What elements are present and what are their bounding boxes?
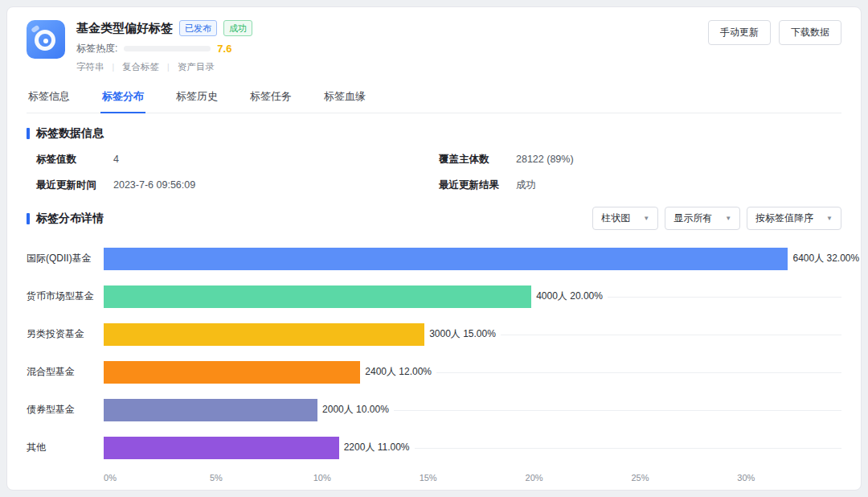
field-value: 4 — [113, 154, 119, 165]
chart-row: 其他2200人 11.00% — [27, 429, 841, 466]
bar-category-label: 货币市场型基金 — [27, 290, 104, 303]
bar — [104, 399, 317, 421]
title-row: 基金类型偏好标签 已发布 成功 — [76, 20, 697, 36]
chart-row: 混合型基金2400人 12.00% — [27, 353, 841, 391]
divider: | — [167, 63, 170, 72]
bar-track: 2400人 12.00% — [104, 361, 841, 384]
chart-rows: 国际(QDII)基金6400人 32.00%货币市场型基金4000人 20.00… — [27, 240, 841, 466]
tab-tag-distribution[interactable]: 标签分布 — [100, 81, 145, 113]
chevron-down-icon: ▼ — [725, 215, 731, 222]
x-axis-tick: 20% — [526, 473, 543, 483]
tabs: 标签信息 标签分布 标签历史 标签任务 标签血缘 — [27, 81, 841, 113]
field-label: 最近更新结果 — [439, 179, 516, 192]
x-axis-tick: 30% — [737, 473, 755, 483]
select-value: 柱状图 — [601, 212, 630, 225]
x-axis: 0%5%10%15%20%25%30% — [110, 473, 841, 487]
header-actions: 手动更新 下载数据 — [708, 20, 841, 45]
bar-category-label: 国际(QDII)基金 — [27, 252, 104, 265]
bar-track: 2200人 11.00% — [104, 437, 841, 459]
bar-value-label: 3000人 15.00% — [424, 327, 501, 341]
field-last-update-time: 最近更新时间 2023-7-6 09:56:09 — [36, 179, 439, 192]
success-status-badge: 成功 — [223, 20, 252, 36]
tab-tag-info[interactable]: 标签信息 — [27, 81, 72, 113]
bar-category-label: 混合型基金 — [27, 365, 104, 379]
x-axis-tick: 10% — [313, 473, 331, 483]
tab-tag-tasks[interactable]: 标签任务 — [248, 81, 293, 113]
field-value: 2023-7-6 09:56:09 — [113, 179, 195, 191]
select-value: 按标签值降序 — [755, 212, 813, 225]
section-accent-bar — [27, 128, 30, 139]
field-covered-entities: 覆盖主体数 28122 (89%) — [439, 153, 841, 166]
bar-value-label: 4000人 20.00% — [531, 290, 608, 303]
heat-row: 标签热度: 7.6 — [76, 42, 697, 55]
chevron-down-icon: ▼ — [826, 215, 833, 222]
page-title: 基金类型偏好标签 — [76, 21, 173, 36]
section-title-text: 标签数据信息 — [36, 126, 104, 141]
distribution-bar-chart: 国际(QDII)基金6400人 32.00%货币市场型基金4000人 20.00… — [27, 240, 841, 487]
chart-row: 国际(QDII)基金6400人 32.00% — [27, 240, 841, 277]
download-data-button[interactable]: 下载数据 — [779, 20, 841, 45]
bar-value-label: 6400人 32.00% — [788, 252, 862, 265]
select-value: 显示所有 — [674, 212, 712, 225]
field-value: 成功 — [516, 179, 536, 192]
heat-value: 7.6 — [217, 43, 231, 55]
bar — [104, 361, 360, 384]
field-label: 覆盖主体数 — [439, 153, 516, 166]
bar — [104, 323, 424, 346]
bar-category-label: 债券型基金 — [27, 403, 104, 417]
bar-category-label: 其他 — [27, 441, 104, 454]
x-axis-tick: 25% — [631, 473, 649, 483]
tag-detail-card: 基金类型偏好标签 已发布 成功 标签热度: 7.6 字符串 | 复合标签 | 资… — [6, 6, 862, 491]
chart-controls: 柱状图 ▼ 显示所有 ▼ 按标签值降序 ▼ — [592, 207, 841, 230]
section-title-distribution: 标签分布详情 — [27, 212, 104, 226]
chart-row: 债券型基金2000人 10.00% — [27, 391, 841, 429]
chart-row: 另类投资基金3000人 15.00% — [27, 315, 841, 353]
info-grid: 标签值数 4 覆盖主体数 28122 (89%) 最近更新时间 2023-7-6… — [27, 153, 841, 192]
section-accent-bar — [27, 213, 30, 224]
tag-data-info-section: 标签数据信息 标签值数 4 覆盖主体数 28122 (89%) 最近更新时间 2… — [27, 126, 841, 192]
bar-value-label: 2000人 10.00% — [317, 403, 394, 417]
bar — [104, 437, 339, 459]
chevron-down-icon: ▼ — [643, 215, 649, 222]
bar-value-label: 2200人 11.00% — [339, 441, 415, 454]
field-value: 28122 (89%) — [516, 154, 574, 165]
meta-data-type: 字符串 — [76, 61, 104, 73]
field-label: 标签值数 — [36, 153, 113, 166]
x-axis-tick: 15% — [420, 473, 437, 483]
bar-category-label: 另类投资基金 — [27, 327, 104, 341]
tag-disc-icon — [27, 20, 65, 59]
section-title-text: 标签分布详情 — [36, 212, 104, 226]
chart-type-select[interactable]: 柱状图 ▼ — [592, 207, 658, 230]
heat-label: 标签热度: — [76, 42, 117, 55]
bar-track: 6400人 32.00% — [104, 248, 841, 270]
x-axis-tick: 5% — [210, 473, 223, 483]
tab-tag-history[interactable]: 标签历史 — [174, 81, 219, 113]
tab-tag-lineage[interactable]: 标签血缘 — [322, 81, 367, 113]
divider: | — [113, 63, 115, 72]
meta-row: 字符串 | 复合标签 | 资产目录 — [76, 61, 697, 73]
bar-track: 3000人 15.00% — [104, 323, 841, 346]
published-status-badge: 已发布 — [179, 20, 217, 36]
field-tag-value-count: 标签值数 4 — [36, 153, 439, 166]
section-title-data-info: 标签数据信息 — [27, 126, 841, 141]
bar — [104, 285, 531, 308]
meta-catalog: 资产目录 — [178, 61, 215, 73]
bar-value-label: 2400人 12.00% — [360, 365, 436, 379]
sort-order-select[interactable]: 按标签值降序 ▼ — [747, 207, 841, 230]
header: 基金类型偏好标签 已发布 成功 标签热度: 7.6 字符串 | 复合标签 | 资… — [27, 20, 841, 73]
bar-track: 4000人 20.00% — [104, 285, 841, 308]
display-filter-select[interactable]: 显示所有 ▼ — [665, 207, 740, 230]
distribution-header: 标签分布详情 柱状图 ▼ 显示所有 ▼ 按标签值降序 ▼ — [27, 207, 841, 230]
x-axis-tick: 0% — [104, 473, 117, 483]
field-label: 最近更新时间 — [36, 179, 113, 192]
field-last-update-result: 最近更新结果 成功 — [439, 179, 841, 192]
header-main: 基金类型偏好标签 已发布 成功 标签热度: 7.6 字符串 | 复合标签 | 资… — [76, 20, 697, 73]
chart-row: 货币市场型基金4000人 20.00% — [27, 277, 841, 315]
bar — [104, 248, 788, 270]
heat-progress-bar — [124, 46, 211, 51]
bar-track: 2000人 10.00% — [104, 399, 841, 421]
meta-tag-kind: 复合标签 — [122, 61, 159, 73]
manual-update-button[interactable]: 手动更新 — [708, 20, 771, 45]
